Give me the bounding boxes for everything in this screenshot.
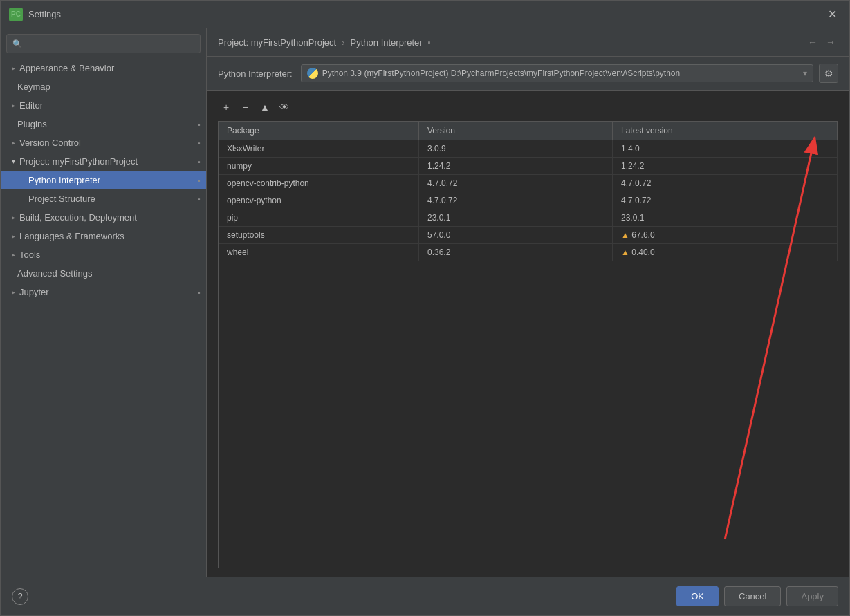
sidebar-item-jupyter[interactable]: ▸ Jupyter ▪: [1, 283, 206, 301]
col-header-version: Version: [419, 122, 613, 140]
interpreter-value: Python 3.9 (myFirstPythonProject) D:\Pyc…: [322, 68, 797, 78]
table-row[interactable]: pip23.0.123.0.1: [219, 209, 838, 227]
upgrade-package-button[interactable]: ▲: [257, 99, 273, 115]
package-name: XlsxWriter: [219, 140, 419, 157]
package-latest: ▲ 67.6.0: [613, 227, 838, 243]
arrow-icon: ▸: [12, 214, 15, 221]
python-icon: [307, 68, 318, 79]
sidebar-item-editor[interactable]: ▸ Editor: [1, 96, 206, 115]
sidebar-item-label: Editor: [19, 100, 43, 111]
package-name: opencv-contrib-python: [219, 175, 419, 192]
app-icon: PC: [9, 8, 23, 21]
pin-icon: ▪: [198, 139, 201, 147]
packages-table: Package Version Latest version XlsxWrite…: [218, 121, 838, 568]
col-header-latest: Latest version: [613, 122, 838, 140]
cancel-button[interactable]: Cancel: [724, 586, 781, 606]
package-version: 4.7.0.72: [419, 192, 613, 209]
package-name: setuptools: [219, 227, 419, 243]
add-package-button[interactable]: +: [218, 99, 234, 115]
table-row[interactable]: opencv-contrib-python4.7.0.724.7.0.72: [219, 175, 838, 192]
package-latest: 1.24.2: [613, 158, 838, 174]
sidebar-item-label: Tools: [19, 250, 40, 260]
sidebar-item-label: Advanced Settings: [17, 268, 92, 279]
pin-icon: ▪: [198, 120, 201, 129]
ok-button[interactable]: OK: [676, 586, 719, 606]
package-latest: ▲ 0.40.0: [613, 244, 838, 261]
interpreter-label: Python Interpreter:: [218, 68, 293, 79]
settings-window: PC Settings ✕ 🔍 ▸ Appearance & Behavior …: [0, 0, 850, 616]
pin-icon: ▪: [198, 158, 201, 166]
arrow-icon: ▾: [12, 158, 15, 165]
dropdown-arrow-icon: ▾: [803, 68, 807, 78]
content-area: 🔍 ▸ Appearance & Behavior Keymap ▸ Edito…: [1, 28, 849, 577]
sidebar: 🔍 ▸ Appearance & Behavior Keymap ▸ Edito…: [1, 28, 207, 577]
breadcrumb-bar: Project: myFirstPythonProject › Python I…: [207, 28, 849, 57]
pin-icon: ▪: [198, 176, 201, 185]
package-version: 0.36.2: [419, 244, 613, 261]
sidebar-item-python-interpreter[interactable]: Python Interpreter ▪: [1, 171, 206, 189]
sidebar-item-advanced-settings[interactable]: Advanced Settings: [1, 264, 206, 283]
interpreter-dropdown[interactable]: Python 3.9 (myFirstPythonProject) D:\Pyc…: [301, 64, 813, 82]
table-row[interactable]: numpy1.24.21.24.2: [219, 158, 838, 175]
search-box[interactable]: 🔍: [6, 34, 201, 53]
interpreter-settings-button[interactable]: ⚙: [819, 64, 838, 83]
sidebar-item-label: Version Control: [19, 138, 81, 148]
package-name: wheel: [219, 244, 419, 261]
table-row[interactable]: wheel0.36.2▲ 0.40.0: [219, 244, 838, 261]
sidebar-item-label: Python Interpreter: [28, 175, 100, 185]
action-buttons: OK Cancel Apply: [676, 586, 838, 606]
package-version: 57.0.0: [419, 227, 613, 243]
sidebar-item-build-execution[interactable]: ▸ Build, Execution, Deployment: [1, 208, 206, 227]
table-row[interactable]: XlsxWriter3.0.91.4.0: [219, 140, 838, 158]
table-row[interactable]: setuptools57.0.0▲ 67.6.0: [219, 227, 838, 244]
sidebar-item-label: Keymap: [17, 82, 50, 92]
window-title: Settings: [28, 9, 824, 19]
sidebar-item-label: Project Structure: [28, 194, 95, 204]
help-button[interactable]: ?: [12, 588, 28, 605]
sidebar-item-label: Languages & Frameworks: [19, 231, 124, 241]
search-icon: 🔍: [12, 39, 22, 48]
gear-icon: ⚙: [824, 68, 833, 79]
package-version: 4.7.0.72: [419, 175, 613, 192]
package-version: 3.0.9: [419, 140, 613, 157]
package-name: pip: [219, 209, 419, 226]
table-header: Package Version Latest version: [219, 122, 838, 140]
arrow-icon: ▸: [12, 232, 15, 240]
package-version: 23.0.1: [419, 209, 613, 226]
table-body: XlsxWriter3.0.91.4.0numpy1.24.21.24.2ope…: [219, 140, 838, 261]
package-latest: 4.7.0.72: [613, 192, 838, 209]
nav-forward-button[interactable]: →: [823, 35, 838, 49]
title-bar: PC Settings ✕: [1, 1, 849, 28]
package-latest: 23.0.1: [613, 209, 838, 226]
breadcrumb-pin-icon: ▪: [428, 38, 431, 46]
sidebar-item-tools[interactable]: ▸ Tools: [1, 245, 206, 264]
arrow-icon: ▸: [12, 102, 15, 109]
close-button[interactable]: ✕: [824, 6, 841, 22]
sidebar-item-label: Appearance & Behavior: [19, 63, 114, 73]
package-name: opencv-python: [219, 192, 419, 209]
apply-button[interactable]: Apply: [786, 586, 838, 606]
sidebar-item-version-control[interactable]: ▸ Version Control ▪: [1, 133, 206, 152]
sidebar-item-label: Project: myFirstPythonProject: [19, 156, 138, 167]
sidebar-item-label: Plugins: [17, 119, 47, 129]
show-package-button[interactable]: 👁: [276, 99, 293, 115]
breadcrumb-separator: ›: [342, 37, 344, 48]
sidebar-item-languages-frameworks[interactable]: ▸ Languages & Frameworks: [1, 227, 206, 245]
interpreter-row: Python Interpreter: Python 3.9 (myFirstP…: [207, 57, 849, 91]
sidebar-item-project[interactable]: ▾ Project: myFirstPythonProject ▪: [1, 152, 206, 171]
table-row[interactable]: opencv-python4.7.0.724.7.0.72: [219, 192, 838, 209]
main-panel: Project: myFirstPythonProject › Python I…: [207, 28, 849, 577]
breadcrumb-parent: Project: myFirstPythonProject: [218, 37, 336, 48]
remove-package-button[interactable]: −: [237, 99, 254, 115]
package-version: 1.24.2: [419, 158, 613, 174]
sidebar-item-project-structure[interactable]: Project Structure ▪: [1, 189, 206, 208]
breadcrumb-current: Python Interpreter: [351, 37, 423, 48]
arrow-icon: ▸: [12, 139, 15, 147]
sidebar-item-keymap[interactable]: Keymap: [1, 77, 206, 96]
package-latest: 4.7.0.72: [613, 175, 838, 192]
sidebar-item-plugins[interactable]: Plugins ▪: [1, 115, 206, 133]
sidebar-item-appearance[interactable]: ▸ Appearance & Behavior: [1, 59, 206, 77]
nav-back-button[interactable]: ←: [805, 35, 820, 49]
overlay-container: + − ▲ 👁 Package Version Latest version X…: [207, 91, 849, 577]
pin-icon: ▪: [198, 195, 201, 203]
